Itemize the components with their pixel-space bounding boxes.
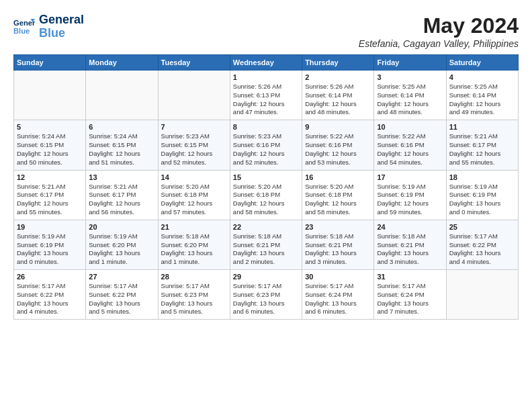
day-number: 18	[449, 173, 515, 181]
calendar-cell: 23Sunrise: 5:18 AM Sunset: 6:21 PM Dayli…	[302, 220, 374, 269]
day-header-sunday: Sunday	[14, 55, 86, 71]
calendar-cell: 18Sunrise: 5:19 AM Sunset: 6:19 PM Dayli…	[446, 170, 518, 220]
day-number: 8	[233, 123, 299, 131]
calendar-cell	[14, 71, 86, 120]
calendar-cell	[86, 71, 158, 120]
day-number: 13	[89, 173, 154, 181]
day-info: Sunrise: 5:17 AM Sunset: 6:23 PM Dayligh…	[233, 282, 299, 316]
calendar-cell: 1Sunrise: 5:26 AM Sunset: 6:13 PM Daylig…	[230, 71, 302, 120]
day-number: 24	[377, 223, 443, 231]
calendar-cell: 30Sunrise: 5:17 AM Sunset: 6:24 PM Dayli…	[302, 270, 374, 320]
day-info: Sunrise: 5:23 AM Sunset: 6:16 PM Dayligh…	[233, 132, 299, 167]
svg-text:Blue: Blue	[13, 26, 30, 34]
day-number: 22	[233, 223, 299, 231]
logo-icon: General Blue	[13, 16, 35, 38]
calendar-cell: 2Sunrise: 5:26 AM Sunset: 6:14 PM Daylig…	[302, 71, 374, 120]
calendar-cell: 7Sunrise: 5:23 AM Sunset: 6:15 PM Daylig…	[158, 120, 230, 170]
calendar-cell: 21Sunrise: 5:18 AM Sunset: 6:20 PM Dayli…	[158, 220, 230, 269]
calendar-cell	[446, 270, 518, 320]
day-number: 26	[17, 273, 83, 281]
day-info: Sunrise: 5:17 AM Sunset: 6:24 PM Dayligh…	[305, 282, 371, 316]
day-info: Sunrise: 5:17 AM Sunset: 6:23 PM Dayligh…	[161, 282, 227, 316]
day-info: Sunrise: 5:21 AM Sunset: 6:17 PM Dayligh…	[17, 183, 83, 217]
calendar-cell: 11Sunrise: 5:21 AM Sunset: 6:17 PM Dayli…	[446, 120, 518, 170]
day-info: Sunrise: 5:21 AM Sunset: 6:17 PM Dayligh…	[449, 132, 515, 167]
day-number: 12	[17, 173, 83, 181]
day-header-monday: Monday	[86, 55, 158, 71]
day-info: Sunrise: 5:26 AM Sunset: 6:13 PM Dayligh…	[233, 83, 299, 117]
day-info: Sunrise: 5:22 AM Sunset: 6:16 PM Dayligh…	[377, 132, 443, 167]
calendar-cell: 10Sunrise: 5:22 AM Sunset: 6:16 PM Dayli…	[374, 120, 446, 170]
day-number: 7	[161, 123, 227, 131]
calendar-cell: 9Sunrise: 5:22 AM Sunset: 6:16 PM Daylig…	[302, 120, 374, 170]
day-info: Sunrise: 5:22 AM Sunset: 6:16 PM Dayligh…	[305, 132, 371, 167]
day-number: 5	[17, 123, 83, 131]
day-info: Sunrise: 5:19 AM Sunset: 6:19 PM Dayligh…	[449, 183, 515, 217]
day-number: 27	[89, 273, 154, 281]
calendar-cell: 29Sunrise: 5:17 AM Sunset: 6:23 PM Dayli…	[230, 270, 302, 320]
calendar-week-1: 1Sunrise: 5:26 AM Sunset: 6:13 PM Daylig…	[14, 71, 519, 120]
day-info: Sunrise: 5:19 AM Sunset: 6:19 PM Dayligh…	[377, 183, 443, 217]
day-info: Sunrise: 5:24 AM Sunset: 6:15 PM Dayligh…	[89, 132, 154, 167]
calendar-cell: 13Sunrise: 5:21 AM Sunset: 6:17 PM Dayli…	[86, 170, 158, 220]
calendar-cell: 14Sunrise: 5:20 AM Sunset: 6:18 PM Dayli…	[158, 170, 230, 220]
location: Estefania, Cagayan Valley, Philippines	[359, 38, 519, 49]
calendar-cell: 25Sunrise: 5:17 AM Sunset: 6:22 PM Dayli…	[446, 220, 518, 269]
day-number: 4	[449, 73, 515, 81]
page-header: General Blue General Blue May 2024 Estef…	[13, 13, 519, 49]
day-info: Sunrise: 5:25 AM Sunset: 6:14 PM Dayligh…	[449, 83, 515, 117]
calendar-cell: 19Sunrise: 5:19 AM Sunset: 6:19 PM Dayli…	[14, 220, 86, 269]
day-number: 21	[161, 223, 227, 231]
day-number: 31	[377, 273, 443, 281]
day-info: Sunrise: 5:19 AM Sunset: 6:19 PM Dayligh…	[17, 232, 83, 267]
calendar-cell: 24Sunrise: 5:18 AM Sunset: 6:21 PM Dayli…	[374, 220, 446, 269]
day-number: 14	[161, 173, 227, 181]
calendar-week-3: 12Sunrise: 5:21 AM Sunset: 6:17 PM Dayli…	[14, 170, 519, 220]
day-number: 19	[17, 223, 83, 231]
day-info: Sunrise: 5:17 AM Sunset: 6:24 PM Dayligh…	[377, 282, 443, 316]
day-info: Sunrise: 5:20 AM Sunset: 6:18 PM Dayligh…	[233, 183, 299, 217]
calendar-cell	[158, 71, 230, 120]
calendar-week-5: 26Sunrise: 5:17 AM Sunset: 6:22 PM Dayli…	[14, 270, 519, 320]
calendar-cell: 15Sunrise: 5:20 AM Sunset: 6:18 PM Dayli…	[230, 170, 302, 220]
day-info: Sunrise: 5:21 AM Sunset: 6:17 PM Dayligh…	[89, 183, 154, 217]
day-info: Sunrise: 5:23 AM Sunset: 6:15 PM Dayligh…	[161, 132, 227, 167]
day-info: Sunrise: 5:17 AM Sunset: 6:22 PM Dayligh…	[89, 282, 154, 316]
logo: General Blue General Blue	[13, 13, 84, 40]
day-info: Sunrise: 5:25 AM Sunset: 6:14 PM Dayligh…	[377, 83, 443, 117]
day-info: Sunrise: 5:18 AM Sunset: 6:21 PM Dayligh…	[233, 232, 299, 267]
day-number: 11	[449, 123, 515, 131]
day-number: 2	[305, 73, 371, 81]
day-number: 6	[89, 123, 154, 131]
day-number: 9	[305, 123, 371, 131]
day-info: Sunrise: 5:18 AM Sunset: 6:20 PM Dayligh…	[161, 232, 227, 267]
day-number: 23	[305, 223, 371, 231]
day-info: Sunrise: 5:20 AM Sunset: 6:18 PM Dayligh…	[161, 183, 227, 217]
calendar-cell: 8Sunrise: 5:23 AM Sunset: 6:16 PM Daylig…	[230, 120, 302, 170]
day-header-saturday: Saturday	[446, 55, 518, 71]
calendar-cell: 20Sunrise: 5:19 AM Sunset: 6:20 PM Dayli…	[86, 220, 158, 269]
month-year: May 2024	[359, 13, 519, 38]
day-info: Sunrise: 5:18 AM Sunset: 6:21 PM Dayligh…	[377, 232, 443, 267]
logo-text: General Blue	[39, 13, 84, 40]
day-info: Sunrise: 5:24 AM Sunset: 6:15 PM Dayligh…	[17, 132, 83, 167]
day-info: Sunrise: 5:26 AM Sunset: 6:14 PM Dayligh…	[305, 83, 371, 117]
calendar-week-4: 19Sunrise: 5:19 AM Sunset: 6:19 PM Dayli…	[14, 220, 519, 269]
day-number: 29	[233, 273, 299, 281]
day-number: 10	[377, 123, 443, 131]
day-header-friday: Friday	[374, 55, 446, 71]
calendar-cell: 3Sunrise: 5:25 AM Sunset: 6:14 PM Daylig…	[374, 71, 446, 120]
calendar-cell: 28Sunrise: 5:17 AM Sunset: 6:23 PM Dayli…	[158, 270, 230, 320]
day-number: 1	[233, 73, 299, 81]
day-info: Sunrise: 5:20 AM Sunset: 6:18 PM Dayligh…	[305, 183, 371, 217]
calendar-header-row: SundayMondayTuesdayWednesdayThursdayFrid…	[14, 55, 519, 71]
day-number: 15	[233, 173, 299, 181]
day-info: Sunrise: 5:18 AM Sunset: 6:21 PM Dayligh…	[305, 232, 371, 267]
day-header-thursday: Thursday	[302, 55, 374, 71]
day-number: 30	[305, 273, 371, 281]
day-info: Sunrise: 5:19 AM Sunset: 6:20 PM Dayligh…	[89, 232, 154, 267]
day-number: 16	[305, 173, 371, 181]
calendar-cell: 5Sunrise: 5:24 AM Sunset: 6:15 PM Daylig…	[14, 120, 86, 170]
day-number: 25	[449, 223, 515, 231]
day-number: 20	[89, 223, 154, 231]
